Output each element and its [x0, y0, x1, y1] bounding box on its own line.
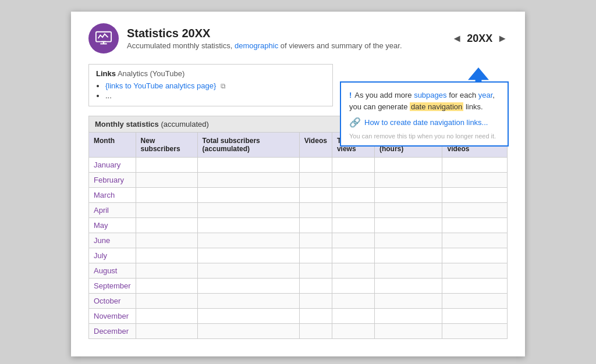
data-cell	[136, 203, 197, 218]
year-display: 20XX	[467, 33, 492, 45]
data-cell	[299, 324, 332, 339]
data-cell	[299, 294, 332, 309]
table-row: September	[89, 279, 508, 294]
data-cell	[374, 294, 442, 309]
data-cell	[332, 248, 374, 263]
data-cell	[299, 263, 332, 279]
subtitle-highlight: demographic	[235, 41, 278, 50]
data-cell	[374, 279, 442, 294]
data-cell	[332, 233, 374, 248]
data-cell	[374, 309, 442, 324]
tooltip-text-end: links.	[463, 102, 483, 111]
header-icon	[88, 23, 119, 53]
month-cell[interactable]: June	[89, 233, 136, 248]
month-cell[interactable]: January	[89, 158, 136, 173]
data-cell	[442, 233, 508, 248]
data-cell	[299, 279, 332, 294]
data-cell	[374, 173, 442, 188]
tooltip-date-nav: date navigation	[410, 102, 463, 111]
col-total-subscribers: Total subscribers (accumulated)	[197, 133, 299, 158]
data-cell	[299, 203, 332, 218]
data-cell	[136, 309, 197, 324]
data-cell	[442, 218, 508, 233]
month-cell[interactable]: May	[89, 218, 136, 233]
table-row: May	[89, 218, 508, 233]
month-cell[interactable]: October	[89, 294, 136, 309]
data-cell	[332, 294, 374, 309]
data-cell	[442, 309, 508, 324]
data-cell	[374, 188, 442, 203]
data-cell	[299, 309, 332, 324]
data-cell	[136, 233, 197, 248]
data-cell	[442, 203, 508, 218]
data-cell	[442, 173, 508, 188]
table-row: October	[89, 294, 508, 309]
monthly-title-bold: Monthly statistics	[95, 120, 159, 129]
links-item-1[interactable]: {links to YouTube analytics page}	[105, 81, 216, 90]
tooltip-year: year	[478, 91, 493, 99]
data-cell	[374, 324, 442, 339]
month-cell[interactable]: April	[89, 203, 136, 218]
list-item: {links to YouTube analytics page} ⧉	[105, 81, 325, 90]
tooltip-link-text: How to create date navigation links...	[364, 118, 488, 127]
page-subtitle: Accumulated monthly statistics, demograp…	[127, 41, 452, 50]
col-month: Month	[89, 133, 136, 158]
data-cell	[299, 233, 332, 248]
monthly-title-rest: (accumulated)	[159, 120, 209, 129]
month-cell[interactable]: August	[89, 263, 136, 279]
data-cell	[442, 324, 508, 339]
table-row: July	[89, 248, 508, 263]
table-row: January	[89, 158, 508, 173]
next-year-arrow[interactable]: ►	[497, 33, 508, 45]
tooltip-link[interactable]: 🔗 How to create date navigation links...	[349, 117, 499, 128]
links-title: Links	[96, 69, 116, 78]
data-cell	[197, 218, 299, 233]
link-icon: 🔗	[349, 117, 361, 128]
data-cell	[197, 158, 299, 173]
data-cell	[332, 279, 374, 294]
data-cell	[136, 263, 197, 279]
monthly-statistics-section: Monthly statistics (accumulated) Month N…	[88, 116, 508, 339]
data-cell	[299, 188, 332, 203]
table-row: April	[89, 203, 508, 218]
data-cell	[299, 218, 332, 233]
data-cell	[332, 158, 374, 173]
data-cell	[299, 248, 332, 263]
data-cell	[442, 248, 508, 263]
page-header: Statistics 20XX Accumulated monthly stat…	[88, 23, 508, 53]
data-cell	[442, 279, 508, 294]
links-list: {links to YouTube analytics page} ⧉ ...	[96, 81, 325, 100]
data-cell	[197, 173, 299, 188]
data-cell	[136, 324, 197, 339]
data-cell	[197, 233, 299, 248]
table-row: June	[89, 233, 508, 248]
data-cell	[442, 294, 508, 309]
data-cell	[374, 203, 442, 218]
copy-icon[interactable]: ⧉	[221, 82, 226, 90]
month-cell[interactable]: December	[89, 324, 136, 339]
svg-rect-0	[96, 32, 111, 42]
year-navigation: ◄ 20XX ►	[452, 33, 508, 45]
data-cell	[299, 158, 332, 173]
data-cell	[197, 248, 299, 263]
exclamation-icon: !	[349, 91, 352, 99]
page-container: Statistics 20XX Accumulated monthly stat…	[71, 12, 525, 356]
month-cell[interactable]: November	[89, 309, 136, 324]
data-cell	[136, 294, 197, 309]
data-cell	[197, 294, 299, 309]
month-cell[interactable]: July	[89, 248, 136, 263]
table-row: February	[89, 173, 508, 188]
table-row: March	[89, 188, 508, 203]
prev-year-arrow[interactable]: ◄	[452, 33, 462, 45]
data-cell	[136, 158, 197, 173]
tooltip-box: ! As you add more subpages for each year…	[340, 81, 509, 147]
list-item: ...	[105, 91, 325, 100]
tooltip-text-before: As you add more	[354, 91, 414, 99]
subtitle-before: Accumulated monthly statistics,	[127, 41, 235, 50]
month-cell[interactable]: March	[89, 188, 136, 203]
month-cell[interactable]: February	[89, 173, 136, 188]
data-cell	[299, 173, 332, 188]
month-cell[interactable]: September	[89, 279, 136, 294]
data-cell	[197, 188, 299, 203]
data-cell	[442, 158, 508, 173]
